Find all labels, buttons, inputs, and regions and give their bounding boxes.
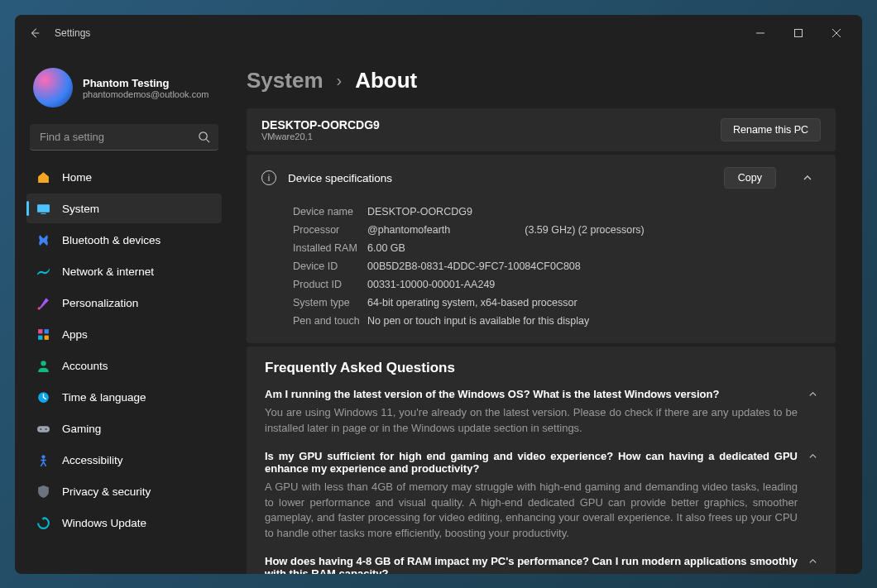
arrow-left-icon <box>29 27 41 39</box>
svg-point-8 <box>38 307 41 309</box>
spec-key: Processor <box>293 224 367 236</box>
profile-email: phantomodemos@outlook.com <box>83 89 208 99</box>
spec-value: 6.00 GB <box>367 242 405 254</box>
avatar <box>33 68 73 108</box>
sidebar-item-system[interactable]: System <box>26 194 222 223</box>
sidebar-item-bluetooth-devices[interactable]: Bluetooth & devices <box>26 225 222 255</box>
chevron-up-icon <box>808 557 817 566</box>
faq-title: Frequently Asked Questions <box>265 360 817 376</box>
svg-point-18 <box>41 455 45 458</box>
faq-card: Frequently Asked Questions Am I running … <box>247 347 836 574</box>
spec-value: DESKTOP-OORCDG9 <box>367 206 472 218</box>
sidebar-item-apps[interactable]: Apps <box>26 319 222 349</box>
profile[interactable]: Phantom Testing phantomodemos@outlook.co… <box>26 60 222 121</box>
nav-label: Personalization <box>62 297 138 309</box>
faq-collapse[interactable] <box>808 452 817 461</box>
pc-card: DESKTOP-OORCDG9 VMware20,1 Rename this P… <box>247 108 836 151</box>
breadcrumb-parent[interactable]: System <box>247 68 323 93</box>
faq-item: Am I running the latest version of the W… <box>265 388 817 437</box>
svg-line-5 <box>206 139 209 142</box>
svg-rect-11 <box>38 335 42 339</box>
pc-name: DESKTOP-OORCDG9 <box>261 118 380 131</box>
svg-rect-10 <box>45 329 49 333</box>
spec-value: @phantomofearth <box>367 224 450 236</box>
nav-icon <box>36 359 50 373</box>
nav-icon <box>36 202 50 216</box>
nav-label: Accessibility <box>62 454 123 466</box>
svg-point-4 <box>199 132 207 140</box>
device-spec-card: i Device specifications Copy Device name… <box>247 155 836 343</box>
svg-point-13 <box>41 361 46 366</box>
nav-icon <box>36 422 50 436</box>
nav-label: Privacy & security <box>62 485 151 498</box>
breadcrumb-current: About <box>355 68 417 93</box>
faq-answer: You are using Windows 11, you're already… <box>265 405 798 437</box>
faq-collapse[interactable] <box>808 390 817 399</box>
search-input[interactable] <box>30 124 218 151</box>
minimize-button[interactable] <box>741 20 779 46</box>
nav-icon <box>36 296 50 310</box>
nav-label: Network & internet <box>62 265 154 278</box>
svg-rect-7 <box>41 213 46 213</box>
spec-rows: Device nameDESKTOP-OORCDG9Processor@phan… <box>247 201 836 343</box>
spec-row: Installed RAM6.00 GB <box>293 239 821 257</box>
svg-rect-12 <box>45 335 49 339</box>
profile-name: Phantom Testing <box>83 77 208 89</box>
spec-key: Pen and touch <box>293 315 367 327</box>
spec-value-extra: (3.59 GHz) (2 processors) <box>525 224 644 236</box>
device-spec-header[interactable]: i Device specifications Copy <box>247 155 836 201</box>
spec-row: System type64-bit operating system, x64-… <box>293 294 821 312</box>
sidebar-item-accessibility[interactable]: Accessibility <box>26 445 222 475</box>
nav-label: Accounts <box>62 360 108 372</box>
nav-icon <box>36 390 50 404</box>
maximize-button[interactable] <box>779 20 817 46</box>
nav-icon <box>36 485 50 499</box>
sidebar-item-windows-update[interactable]: Windows Update <box>26 508 222 538</box>
spec-row: Device nameDESKTOP-OORCDG9 <box>293 203 821 221</box>
sidebar-item-time-language[interactable]: Time & language <box>26 382 222 412</box>
faq-collapse[interactable] <box>808 557 817 566</box>
chevron-right-icon: › <box>337 71 343 90</box>
close-icon <box>832 29 841 37</box>
close-button[interactable] <box>817 20 855 46</box>
spec-value: No pen or touch input is available for t… <box>367 315 589 327</box>
device-spec-title: Device specifications <box>288 172 392 184</box>
spec-key: Device name <box>293 206 367 218</box>
chevron-up-icon <box>808 452 817 461</box>
spec-key: Product ID <box>293 279 367 290</box>
spec-row: Pen and touchNo pen or touch input is av… <box>293 312 821 330</box>
sidebar-item-home[interactable]: Home <box>26 162 222 192</box>
main-content: System › About DESKTOP-OORCDG9 VMware20,… <box>230 51 862 574</box>
spec-key: Installed RAM <box>293 242 367 254</box>
titlebar: Settings <box>15 15 862 51</box>
faq-question: How does having 4-8 GB of RAM impact my … <box>265 555 798 574</box>
nav-icon <box>36 516 50 530</box>
svg-point-16 <box>40 428 41 429</box>
info-icon: i <box>261 170 276 185</box>
nav-label: Bluetooth & devices <box>62 234 161 246</box>
nav-icon <box>36 170 50 184</box>
search-box <box>30 124 218 151</box>
nav-label: Windows Update <box>62 517 146 529</box>
spec-row: Device ID00B5D2B8-0831-4DDC-9FC7-10084CF… <box>293 257 821 275</box>
nav-label: Time & language <box>62 391 146 404</box>
faq-list: Am I running the latest version of the W… <box>265 388 817 574</box>
sidebar-item-privacy-security[interactable]: Privacy & security <box>26 476 222 506</box>
window-controls <box>741 20 855 46</box>
faq-question: Is my GPU sufficient for high end gaming… <box>265 450 798 475</box>
collapse-button[interactable] <box>794 165 821 191</box>
nav-label: Home <box>62 171 92 184</box>
sidebar-item-personalization[interactable]: Personalization <box>26 288 222 318</box>
sidebar-item-accounts[interactable]: Accounts <box>26 351 222 380</box>
spec-value: 00B5D2B8-0831-4DDC-9FC7-10084CF0C808 <box>367 261 581 272</box>
spec-value: 64-bit operating system, x64-based proce… <box>367 297 577 308</box>
copy-button[interactable]: Copy <box>724 167 776 189</box>
rename-pc-button[interactable]: Rename this PC <box>721 118 821 141</box>
sidebar-item-network-internet[interactable]: Network & internet <box>26 256 222 286</box>
maximize-icon <box>794 29 803 37</box>
back-button[interactable] <box>22 20 48 46</box>
nav-icon <box>36 327 50 342</box>
sidebar-item-gaming[interactable]: Gaming <box>26 414 222 443</box>
chevron-up-icon <box>808 390 817 399</box>
faq-item: Is my GPU sufficient for high end gaming… <box>265 450 817 542</box>
